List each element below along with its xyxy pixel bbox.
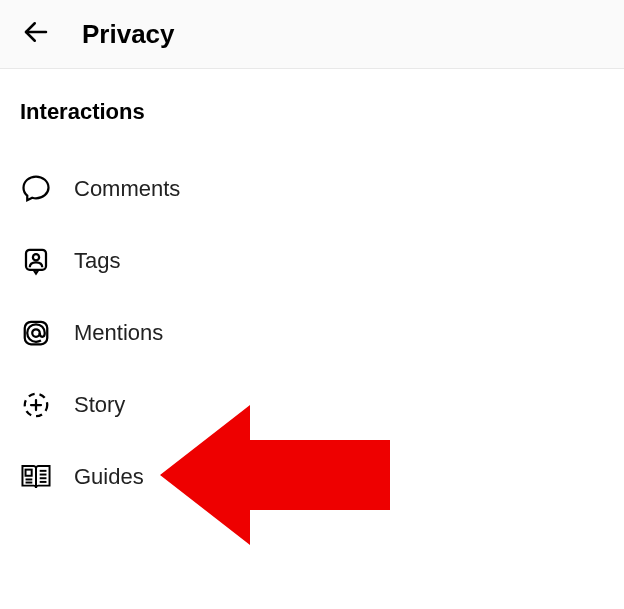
menu-label: Story bbox=[74, 392, 125, 418]
menu-item-tags[interactable]: Tags bbox=[20, 225, 604, 297]
arrow-left-icon bbox=[21, 17, 51, 51]
section-title: Interactions bbox=[20, 99, 604, 125]
menu-item-guides[interactable]: Guides bbox=[20, 441, 604, 513]
story-icon bbox=[20, 389, 52, 421]
menu-label: Comments bbox=[74, 176, 180, 202]
menu-item-story[interactable]: Story bbox=[20, 369, 604, 441]
menu-item-comments[interactable]: Comments bbox=[20, 153, 604, 225]
page-title: Privacy bbox=[82, 19, 175, 50]
tag-icon bbox=[20, 245, 52, 277]
header: Privacy bbox=[0, 0, 624, 69]
svg-rect-8 bbox=[26, 470, 32, 476]
comment-icon bbox=[20, 173, 52, 205]
menu-label: Tags bbox=[74, 248, 120, 274]
mention-icon bbox=[20, 317, 52, 349]
menu-item-mentions[interactable]: Mentions bbox=[20, 297, 604, 369]
menu-label: Guides bbox=[74, 464, 144, 490]
svg-point-2 bbox=[33, 254, 39, 260]
content: Interactions Comments Tags bbox=[0, 69, 624, 513]
menu-label: Mentions bbox=[74, 320, 163, 346]
back-button[interactable] bbox=[20, 18, 52, 50]
guides-icon bbox=[20, 461, 52, 493]
